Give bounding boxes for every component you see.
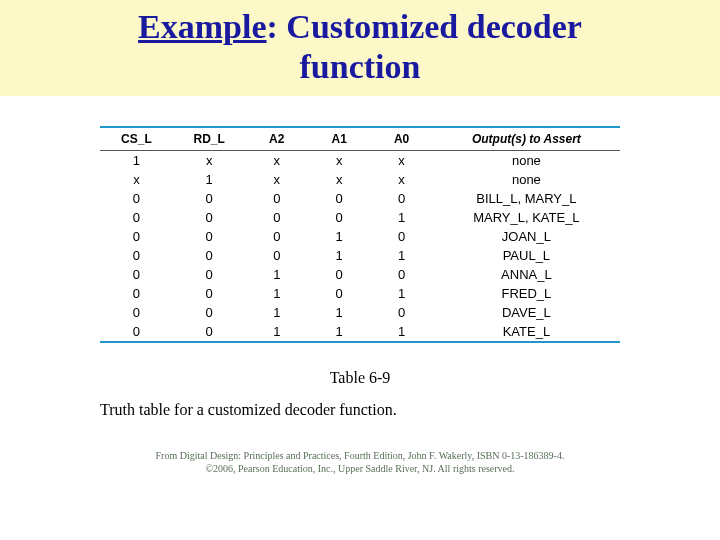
table-cell: 1	[246, 322, 308, 341]
table-cell: 0	[173, 322, 246, 341]
table-cell-output: ANNA_L	[433, 265, 620, 284]
table-cell-output: none	[433, 170, 620, 189]
table-cell: 0	[100, 303, 173, 322]
table-cell: 0	[308, 284, 370, 303]
table-row: 00100ANNA_L	[100, 265, 620, 284]
table-cell: x	[246, 151, 308, 170]
table-cell: 0	[308, 189, 370, 208]
table-bottom-rule	[100, 341, 620, 343]
table-cell: 0	[370, 303, 432, 322]
table-cell: 1	[308, 303, 370, 322]
table-cell: 0	[308, 265, 370, 284]
col-header-output: Output(s) to Assert	[433, 128, 620, 150]
table-row: 00111KATE_L	[100, 322, 620, 341]
col-header: A1	[308, 128, 370, 150]
table-cell: 0	[100, 246, 173, 265]
table-cell: 0	[173, 227, 246, 246]
table-cell-output: PAUL_L	[433, 246, 620, 265]
table-row: x1xxxnone	[100, 170, 620, 189]
table-cell: 1	[370, 208, 432, 227]
table-cell: 0	[100, 265, 173, 284]
truth-table-table: CS_L RD_L A2 A1 A0 Output(s) to Assert	[100, 128, 620, 150]
table-header-row: CS_L RD_L A2 A1 A0 Output(s) to Assert	[100, 128, 620, 150]
table-cell: x	[370, 170, 432, 189]
table-row: 00010JOAN_L	[100, 227, 620, 246]
table-cell: 0	[173, 303, 246, 322]
table-cell: 1	[308, 227, 370, 246]
table-cell-output: JOAN_L	[433, 227, 620, 246]
table-cell-output: MARY_L, KATE_L	[433, 208, 620, 227]
table-cell: x	[100, 170, 173, 189]
caption-block: Table 6-9 Truth table for a customized d…	[100, 369, 620, 419]
table-row: 00101FRED_L	[100, 284, 620, 303]
table-cell-output: KATE_L	[433, 322, 620, 341]
table-cell: 0	[246, 208, 308, 227]
table-cell: x	[370, 151, 432, 170]
title-band: Example: Customized decoder function	[0, 0, 720, 96]
table-cell: 1	[308, 322, 370, 341]
col-header: CS_L	[100, 128, 173, 150]
table-row: 1xxxxnone	[100, 151, 620, 170]
table-cell: 0	[370, 189, 432, 208]
truth-table-body: 1xxxxnonex1xxxnone00000BILL_L, MARY_L000…	[100, 151, 620, 341]
table-cell-output: FRED_L	[433, 284, 620, 303]
table-cell: 1	[308, 246, 370, 265]
col-header: A2	[246, 128, 308, 150]
table-cell: 1	[173, 170, 246, 189]
title-underlined: Example	[138, 8, 266, 45]
table-row: 00001MARY_L, KATE_L	[100, 208, 620, 227]
credit-line: From Digital Design: Principles and Prac…	[100, 449, 620, 475]
table-cell: 1	[246, 303, 308, 322]
credit-line-1: From Digital Design: Principles and Prac…	[100, 449, 620, 462]
table-cell: x	[173, 151, 246, 170]
truth-table: CS_L RD_L A2 A1 A0 Output(s) to Assert 1…	[100, 126, 620, 343]
table-cell-output: none	[433, 151, 620, 170]
table-cell: 0	[100, 284, 173, 303]
table-cell: 0	[370, 227, 432, 246]
credit-line-2: ©2006, Pearson Education, Inc., Upper Sa…	[100, 462, 620, 475]
table-cell: 0	[173, 246, 246, 265]
table-cell: 0	[100, 322, 173, 341]
table-cell: 0	[246, 246, 308, 265]
table-cell: 0	[246, 227, 308, 246]
table-cell-output: BILL_L, MARY_L	[433, 189, 620, 208]
table-cell: x	[308, 151, 370, 170]
table-cell: 0	[173, 265, 246, 284]
table-cell: 1	[246, 284, 308, 303]
table-cell: 1	[370, 322, 432, 341]
table-cell: 1	[370, 246, 432, 265]
table-cell: 0	[308, 208, 370, 227]
table-row: 00110DAVE_L	[100, 303, 620, 322]
table-cell: 0	[100, 208, 173, 227]
table-cell: 1	[100, 151, 173, 170]
table-cell: 0	[173, 189, 246, 208]
table-cell: 0	[173, 208, 246, 227]
table-description: Truth table for a customized decoder fun…	[100, 401, 620, 419]
table-cell: x	[308, 170, 370, 189]
table-row: 00000BILL_L, MARY_L	[100, 189, 620, 208]
table-cell: 0	[246, 189, 308, 208]
table-cell-output: DAVE_L	[433, 303, 620, 322]
table-cell: 0	[100, 227, 173, 246]
title-rest: : Customized decoder	[267, 8, 582, 45]
table-cell: 0	[370, 265, 432, 284]
col-header: A0	[370, 128, 432, 150]
table-cell: 1	[246, 265, 308, 284]
table-cell: 1	[370, 284, 432, 303]
col-header: RD_L	[173, 128, 246, 150]
table-cell: x	[246, 170, 308, 189]
title-line2: function	[10, 48, 710, 86]
table-row: 00011PAUL_L	[100, 246, 620, 265]
table-label: Table 6-9	[100, 369, 620, 387]
table-cell: 0	[100, 189, 173, 208]
table-cell: 0	[173, 284, 246, 303]
